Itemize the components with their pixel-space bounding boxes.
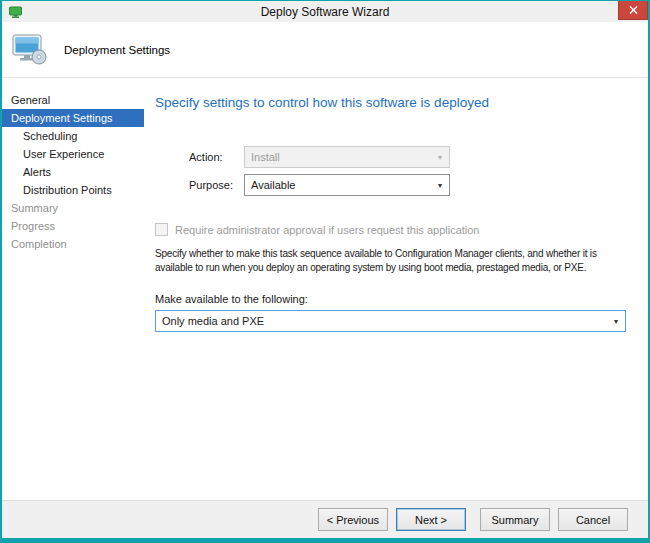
action-label: Action: [189, 151, 244, 163]
approval-checkbox-row: Require administrator approval if users … [155, 223, 626, 236]
make-available-dropdown-value: Only media and PXE [162, 315, 607, 327]
action-row: Action: Install ▾ [189, 146, 626, 168]
purpose-label: Purpose: [189, 179, 244, 191]
window-title: Deploy Software Wizard [2, 5, 648, 19]
wizard-body: General Deployment Settings Scheduling U… [2, 78, 648, 500]
next-button[interactable]: Next > [396, 508, 466, 531]
deployment-settings-icon [12, 34, 48, 66]
sidebar-item-scheduling: Scheduling [2, 127, 144, 145]
close-button[interactable] [618, 1, 648, 20]
action-dropdown-value: Install [251, 151, 431, 163]
purpose-dropdown-value: Available [251, 179, 431, 191]
page-title: Specify settings to control how this sof… [155, 95, 626, 110]
chevron-down-icon: ▾ [431, 153, 449, 162]
header-title: Deployment Settings [64, 44, 170, 56]
sidebar-item-completion: Completion [2, 235, 144, 253]
sidebar-item-summary: Summary [2, 199, 144, 217]
sidebar-item-deployment-settings: Deployment Settings [2, 109, 144, 127]
purpose-row: Purpose: Available ▾ [189, 174, 626, 196]
close-icon [629, 6, 638, 14]
approval-checkbox-label: Require administrator approval if users … [175, 224, 480, 236]
availability-description: Specify whether to make this task sequen… [155, 247, 626, 274]
wizard-nav-sidebar: General Deployment Settings Scheduling U… [2, 78, 144, 500]
previous-button[interactable]: < Previous [318, 508, 388, 531]
make-available-dropdown[interactable]: Only media and PXE ▾ [155, 310, 626, 332]
sidebar-item-progress: Progress [2, 217, 144, 235]
purpose-dropdown[interactable]: Available ▾ [244, 174, 450, 196]
sidebar-item-alerts: Alerts [2, 163, 144, 181]
wizard-footer: < Previous Next > Summary Cancel [2, 500, 648, 538]
action-dropdown: Install ▾ [244, 146, 450, 168]
wizard-page-header: Deployment Settings [2, 22, 648, 78]
wizard-page-content: Specify settings to control how this sof… [144, 78, 648, 500]
sidebar-item-general: General [2, 91, 144, 109]
cancel-button[interactable]: Cancel [558, 508, 628, 531]
deploy-software-wizard-window: Deploy Software Wizard Deployment S [0, 0, 650, 543]
make-available-label: Make available to the following: [155, 293, 626, 305]
chevron-down-icon: ▾ [607, 317, 625, 326]
titlebar[interactable]: Deploy Software Wizard [2, 1, 648, 22]
sidebar-item-user-experience: User Experience [2, 145, 144, 163]
action-purpose-form: Action: Install ▾ Purpose: Available ▾ [189, 146, 626, 196]
sidebar-item-distribution-points: Distribution Points [2, 181, 144, 199]
approval-checkbox [155, 223, 168, 236]
wizard-window-icon [8, 4, 23, 19]
summary-button[interactable]: Summary [480, 508, 550, 531]
chevron-down-icon: ▾ [431, 181, 449, 190]
